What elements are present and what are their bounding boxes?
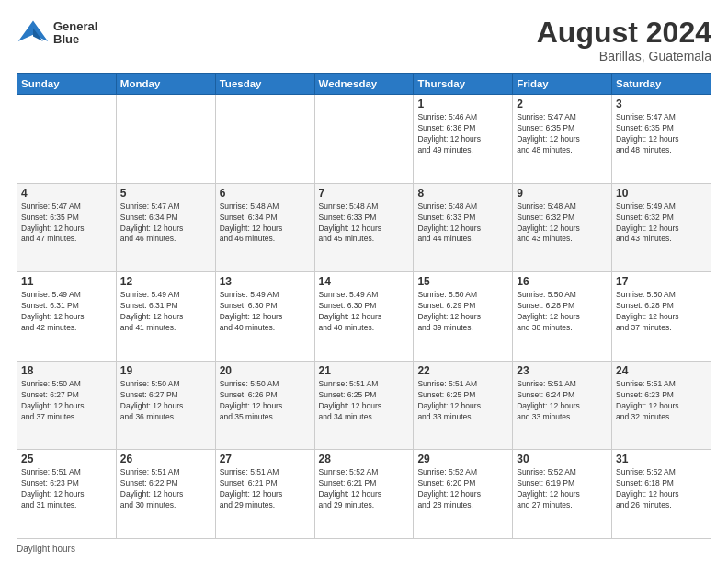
- day-cell: 2Sunrise: 5:47 AM Sunset: 6:35 PM Daylig…: [513, 95, 612, 184]
- day-cell: [314, 95, 414, 184]
- day-cell: 13Sunrise: 5:49 AM Sunset: 6:30 PM Dayli…: [215, 272, 314, 362]
- week-row-5: 25Sunrise: 5:51 AM Sunset: 6:23 PM Dayli…: [17, 450, 711, 539]
- day-number: 12: [120, 275, 211, 288]
- logo-text: General Blue: [53, 20, 97, 47]
- day-number: 21: [319, 364, 410, 377]
- day-number: 15: [417, 275, 508, 288]
- day-cell: 4Sunrise: 5:47 AM Sunset: 6:35 PM Daylig…: [17, 183, 117, 272]
- calendar-table: SundayMondayTuesdayWednesdayThursdayFrid…: [17, 73, 711, 539]
- day-info: Sunrise: 5:51 AM Sunset: 6:21 PM Dayligh…: [220, 467, 311, 511]
- day-number: 16: [517, 275, 608, 288]
- day-number: 10: [616, 187, 707, 200]
- day-number: 29: [417, 453, 508, 465]
- day-number: 22: [417, 364, 508, 377]
- logo-line1: General: [53, 20, 97, 33]
- day-number: 20: [220, 364, 311, 377]
- day-cell: 1Sunrise: 5:46 AM Sunset: 6:36 PM Daylig…: [414, 95, 513, 184]
- day-number: 18: [21, 364, 112, 377]
- day-cell: 15Sunrise: 5:50 AM Sunset: 6:29 PM Dayli…: [414, 272, 513, 362]
- day-info: Sunrise: 5:52 AM Sunset: 6:19 PM Dayligh…: [517, 467, 608, 511]
- weekday-header-row: SundayMondayTuesdayWednesdayThursdayFrid…: [17, 74, 711, 95]
- day-cell: 31Sunrise: 5:52 AM Sunset: 6:18 PM Dayli…: [612, 450, 711, 539]
- day-info: Sunrise: 5:52 AM Sunset: 6:21 PM Dayligh…: [319, 467, 410, 511]
- day-number: 2: [517, 98, 608, 110]
- day-number: 7: [319, 187, 410, 200]
- day-info: Sunrise: 5:51 AM Sunset: 6:25 PM Dayligh…: [319, 379, 410, 423]
- week-row-4: 18Sunrise: 5:50 AM Sunset: 6:27 PM Dayli…: [17, 361, 711, 450]
- day-number: 28: [319, 453, 410, 465]
- day-info: Sunrise: 5:48 AM Sunset: 6:33 PM Dayligh…: [319, 201, 410, 246]
- day-number: 27: [220, 453, 311, 465]
- day-info: Sunrise: 5:51 AM Sunset: 6:23 PM Dayligh…: [616, 379, 707, 423]
- day-number: 6: [220, 187, 311, 200]
- day-number: 19: [120, 364, 211, 377]
- day-cell: 14Sunrise: 5:49 AM Sunset: 6:30 PM Dayli…: [314, 272, 414, 362]
- day-info: Sunrise: 5:47 AM Sunset: 6:35 PM Dayligh…: [616, 112, 707, 156]
- day-cell: 17Sunrise: 5:50 AM Sunset: 6:28 PM Dayli…: [612, 272, 711, 362]
- day-cell: 25Sunrise: 5:51 AM Sunset: 6:23 PM Dayli…: [17, 450, 117, 539]
- day-info: Sunrise: 5:50 AM Sunset: 6:28 PM Dayligh…: [616, 290, 707, 334]
- day-cell: 11Sunrise: 5:49 AM Sunset: 6:31 PM Dayli…: [17, 272, 117, 362]
- day-info: Sunrise: 5:48 AM Sunset: 6:33 PM Dayligh…: [417, 201, 508, 246]
- day-info: Sunrise: 5:49 AM Sunset: 6:30 PM Dayligh…: [319, 290, 410, 334]
- week-row-3: 11Sunrise: 5:49 AM Sunset: 6:31 PM Dayli…: [17, 272, 711, 362]
- day-cell: 30Sunrise: 5:52 AM Sunset: 6:19 PM Dayli…: [513, 450, 612, 539]
- day-number: 5: [120, 187, 211, 200]
- day-cell: 7Sunrise: 5:48 AM Sunset: 6:33 PM Daylig…: [314, 183, 414, 272]
- logo-icon: [17, 17, 50, 50]
- day-cell: 21Sunrise: 5:51 AM Sunset: 6:25 PM Dayli…: [314, 361, 414, 450]
- day-info: Sunrise: 5:49 AM Sunset: 6:31 PM Dayligh…: [120, 290, 211, 334]
- day-number: 23: [517, 364, 608, 377]
- day-number: 9: [517, 187, 608, 200]
- footer: Daylight hours: [17, 544, 711, 554]
- day-info: Sunrise: 5:50 AM Sunset: 6:28 PM Dayligh…: [517, 290, 608, 334]
- day-cell: 23Sunrise: 5:51 AM Sunset: 6:24 PM Dayli…: [513, 361, 612, 450]
- day-info: Sunrise: 5:51 AM Sunset: 6:25 PM Dayligh…: [417, 379, 508, 423]
- day-info: Sunrise: 5:51 AM Sunset: 6:23 PM Dayligh…: [21, 467, 112, 511]
- weekday-header-tuesday: Tuesday: [215, 74, 314, 95]
- day-number: 17: [616, 275, 707, 288]
- weekday-header-saturday: Saturday: [612, 74, 711, 95]
- day-number: 31: [616, 453, 707, 465]
- day-cell: 18Sunrise: 5:50 AM Sunset: 6:27 PM Dayli…: [17, 361, 117, 450]
- day-cell: 24Sunrise: 5:51 AM Sunset: 6:23 PM Dayli…: [612, 361, 711, 450]
- title-block: August 2024 Barillas, Guatemala: [537, 17, 711, 63]
- month-title: August 2024: [537, 17, 711, 49]
- day-number: 1: [417, 98, 508, 110]
- day-info: Sunrise: 5:49 AM Sunset: 6:32 PM Dayligh…: [616, 201, 707, 246]
- day-cell: 22Sunrise: 5:51 AM Sunset: 6:25 PM Dayli…: [414, 361, 513, 450]
- day-number: 25: [21, 453, 112, 465]
- week-row-2: 4Sunrise: 5:47 AM Sunset: 6:35 PM Daylig…: [17, 183, 711, 272]
- day-info: Sunrise: 5:47 AM Sunset: 6:34 PM Dayligh…: [120, 201, 211, 246]
- weekday-header-friday: Friday: [513, 74, 612, 95]
- day-cell: 10Sunrise: 5:49 AM Sunset: 6:32 PM Dayli…: [612, 183, 711, 272]
- day-number: 3: [616, 98, 707, 110]
- day-info: Sunrise: 5:50 AM Sunset: 6:26 PM Dayligh…: [220, 379, 311, 423]
- day-cell: 8Sunrise: 5:48 AM Sunset: 6:33 PM Daylig…: [414, 183, 513, 272]
- day-info: Sunrise: 5:46 AM Sunset: 6:36 PM Dayligh…: [417, 112, 508, 156]
- day-number: 11: [21, 275, 112, 288]
- week-row-1: 1Sunrise: 5:46 AM Sunset: 6:36 PM Daylig…: [17, 95, 711, 184]
- footer-label: Daylight hours: [17, 544, 75, 554]
- day-cell: [17, 95, 117, 184]
- day-number: 13: [220, 275, 311, 288]
- day-cell: 28Sunrise: 5:52 AM Sunset: 6:21 PM Dayli…: [314, 450, 414, 539]
- header: General Blue August 2024 Barillas, Guate…: [17, 17, 711, 63]
- day-info: Sunrise: 5:48 AM Sunset: 6:34 PM Dayligh…: [220, 201, 311, 246]
- day-cell: [215, 95, 314, 184]
- weekday-header-thursday: Thursday: [414, 74, 513, 95]
- day-info: Sunrise: 5:52 AM Sunset: 6:20 PM Dayligh…: [417, 467, 508, 511]
- day-cell: 26Sunrise: 5:51 AM Sunset: 6:22 PM Dayli…: [116, 450, 215, 539]
- day-cell: 6Sunrise: 5:48 AM Sunset: 6:34 PM Daylig…: [215, 183, 314, 272]
- weekday-header-monday: Monday: [116, 74, 215, 95]
- day-info: Sunrise: 5:49 AM Sunset: 6:30 PM Dayligh…: [220, 290, 311, 334]
- day-cell: 9Sunrise: 5:48 AM Sunset: 6:32 PM Daylig…: [513, 183, 612, 272]
- day-cell: 5Sunrise: 5:47 AM Sunset: 6:34 PM Daylig…: [116, 183, 215, 272]
- day-number: 8: [417, 187, 508, 200]
- day-cell: 16Sunrise: 5:50 AM Sunset: 6:28 PM Dayli…: [513, 272, 612, 362]
- day-info: Sunrise: 5:47 AM Sunset: 6:35 PM Dayligh…: [21, 201, 112, 246]
- page: General Blue August 2024 Barillas, Guate…: [0, 0, 728, 563]
- day-info: Sunrise: 5:51 AM Sunset: 6:22 PM Dayligh…: [120, 467, 211, 511]
- weekday-header-sunday: Sunday: [17, 74, 117, 95]
- logo-line2: Blue: [53, 33, 97, 46]
